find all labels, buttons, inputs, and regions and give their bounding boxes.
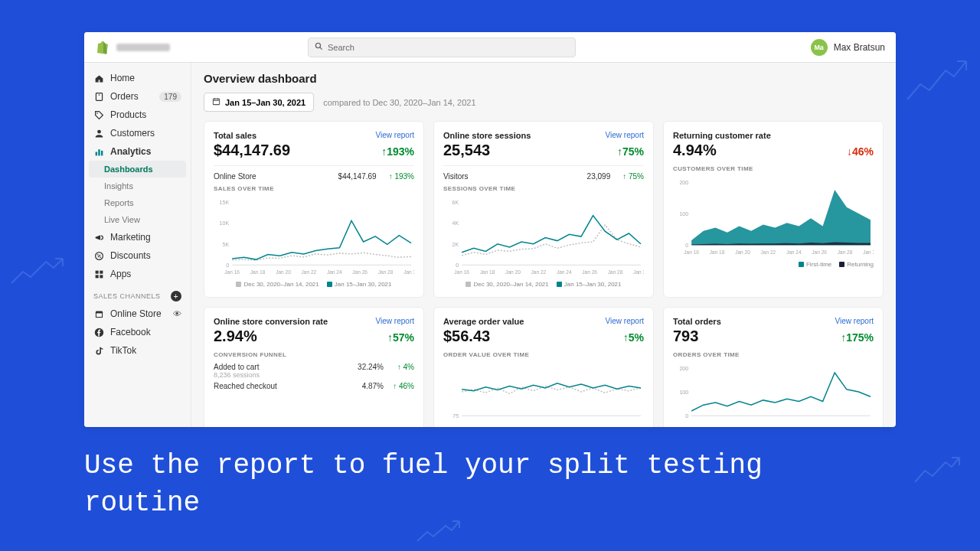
svg-point-4 [96, 112, 98, 114]
svg-text:Jan 26: Jan 26 [582, 269, 597, 275]
svg-text:Jan 24: Jan 24 [557, 269, 572, 275]
chart-label: SESSIONS OVER TIME [443, 185, 644, 192]
sidebar-item-label: Analytics [110, 146, 151, 157]
aov-pct: ↑5% [623, 331, 644, 344]
svg-text:Jan 26: Jan 26 [812, 249, 827, 255]
card-sessions: Online store sessions View report 25,543… [433, 121, 654, 298]
view-report-link[interactable]: View report [606, 131, 644, 139]
date-range-button[interactable]: Jan 15–Jan 30, 2021 [204, 93, 314, 112]
orders-icon [93, 92, 104, 102]
svg-text:Jan 18: Jan 18 [480, 269, 495, 275]
svg-text:Jan 20: Jan 20 [735, 249, 750, 255]
main-content: Overview dashboard Jan 15–Jan 30, 2021 c… [191, 63, 896, 427]
card-orders: Total orders View report 793 ↑175% ORDER… [663, 307, 884, 427]
eye-icon[interactable]: 👁 [173, 309, 181, 318]
card-returning: Returning customer rate 4.94% ↓46% CUSTO… [663, 121, 884, 298]
returning-pct: ↓46% [847, 145, 874, 158]
card-title: Online store conversion rate [214, 317, 328, 326]
chart-sales: 05K10K15KJan 16Jan 18Jan 20Jan 22Jan 24J… [214, 195, 414, 279]
sidebar-sub-dashboards[interactable]: Dashboards [89, 161, 186, 178]
svg-text:Jan 16: Jan 16 [684, 249, 699, 255]
svg-text:Jan 30: Jan 30 [863, 249, 874, 255]
sidebar-item-marketing[interactable]: Marketing [84, 228, 191, 246]
svg-text:75: 75 [452, 413, 459, 419]
svg-text:0: 0 [456, 262, 459, 268]
store-icon [93, 309, 104, 319]
svg-text:200: 200 [679, 180, 688, 185]
chart-label: ORDERS OVER TIME [673, 351, 874, 358]
channel-label: TikTok [110, 345, 136, 356]
svg-rect-13 [100, 270, 103, 273]
tt-icon [93, 346, 104, 356]
profile-button[interactable]: Ma Max Bratsun [811, 39, 885, 56]
view-report-link[interactable]: View report [835, 317, 874, 325]
svg-rect-7 [98, 149, 100, 155]
view-report-link[interactable]: View report [376, 131, 414, 139]
search-icon [315, 42, 323, 52]
topbar: Search Ma Max Bratsun [84, 32, 896, 63]
orders-pct: ↑175% [841, 331, 874, 344]
svg-text:Jan 22: Jan 22 [531, 269, 547, 275]
sidebar-item-customers[interactable]: Customers [84, 124, 191, 142]
page-title: Overview dashboard [204, 72, 884, 85]
view-report-link[interactable]: View report [376, 317, 414, 325]
sidebar-item-apps[interactable]: Apps [84, 265, 191, 283]
sidebar-item-label: Home [110, 73, 135, 83]
sidebar-sub-reports[interactable]: Reports [84, 194, 191, 211]
returning-value: 4.94% [673, 142, 717, 159]
sidebar-item-home[interactable]: Home [84, 69, 191, 87]
sidebar-item-analytics[interactable]: Analytics [84, 142, 191, 161]
chart-sessions: 02K4K6KJan 16Jan 18Jan 20Jan 22Jan 24Jan… [443, 195, 644, 279]
svg-point-10 [97, 254, 99, 256]
sidebar-sub-insights[interactable]: Insights [84, 178, 191, 194]
date-range-label: Jan 15–Jan 30, 2021 [225, 98, 305, 107]
svg-rect-15 [100, 275, 103, 278]
svg-line-1 [320, 47, 322, 50]
svg-text:Jan 28: Jan 28 [838, 249, 853, 255]
channel-facebook[interactable]: Facebook [84, 323, 191, 341]
svg-marker-60 [691, 190, 871, 245]
sidebar-item-orders[interactable]: Orders179 [84, 87, 191, 106]
card-title: Average order value [443, 317, 524, 326]
breakdown-label: Online Store [214, 172, 338, 181]
bar-icon [93, 147, 104, 157]
cards-grid: Total sales View report $44,147.69 ↑193%… [204, 121, 884, 427]
breakdown-value: $44,147.69 [338, 172, 377, 181]
shop-name-blurred [116, 44, 170, 51]
date-row: Jan 15–Jan 30, 2021 compared to Dec 30, … [204, 93, 884, 112]
breakdown-value: 23,099 [587, 172, 611, 181]
svg-text:2K: 2K [452, 242, 459, 247]
svg-text:100: 100 [679, 390, 688, 395]
svg-text:Jan 28: Jan 28 [378, 269, 394, 275]
svg-text:4K: 4K [452, 220, 459, 226]
svg-rect-12 [95, 270, 98, 273]
sidebar-item-products[interactable]: Products [84, 106, 191, 124]
search-input[interactable]: Search [308, 37, 576, 57]
marketing-tagline: Use the report to fuel your split testin… [84, 448, 896, 522]
card-aov: Average order value View report $56.43 ↑… [433, 307, 654, 427]
svg-rect-18 [213, 99, 219, 105]
channel-online[interactable]: Online Store👁 [84, 305, 191, 323]
svg-text:100: 100 [679, 211, 688, 217]
svg-rect-6 [95, 152, 96, 155]
mega-icon [93, 233, 104, 243]
sidebar: HomeOrders179ProductsCustomersAnalyticsD… [84, 63, 191, 427]
sidebar-item-label: Discounts [110, 250, 151, 261]
svg-point-3 [98, 94, 100, 96]
svg-text:Jan 18: Jan 18 [250, 269, 266, 275]
sidebar-item-label: Apps [110, 269, 131, 279]
svg-text:15K: 15K [220, 200, 230, 205]
sidebar-item-discounts[interactable]: Discounts [84, 246, 191, 265]
sessions-pct: ↑75% [617, 145, 644, 158]
svg-text:Jan 28: Jan 28 [608, 269, 623, 275]
conversion-value: 2.94% [214, 328, 257, 345]
search-placeholder: Search [328, 43, 354, 52]
tag-icon [93, 110, 104, 120]
add-channel-button[interactable]: + [171, 291, 181, 302]
channel-tiktok[interactable]: TikTok [84, 341, 191, 360]
shopify-logo-icon [95, 41, 109, 54]
view-report-link[interactable]: View report [606, 317, 644, 325]
svg-point-5 [97, 129, 101, 133]
sidebar-sub-liveview[interactable]: Live View [84, 211, 191, 228]
chart-orders: 0100200 [673, 361, 874, 427]
